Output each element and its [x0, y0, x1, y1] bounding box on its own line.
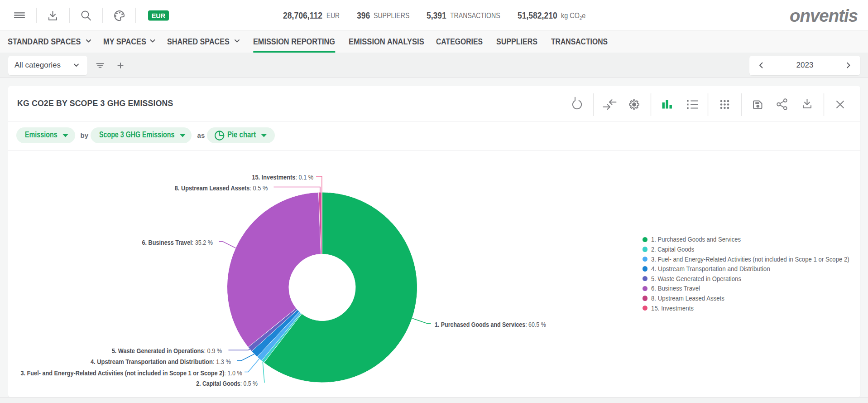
svg-text:EUR: EUR: [152, 12, 166, 19]
